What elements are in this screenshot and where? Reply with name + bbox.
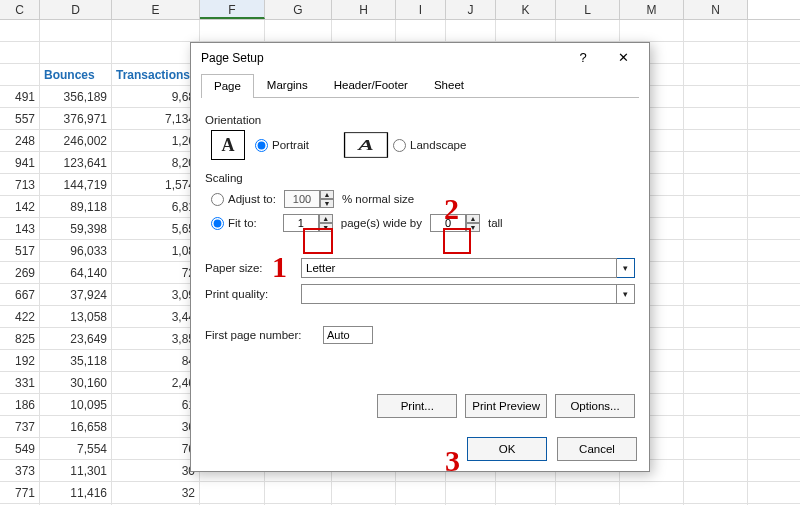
cell[interactable]	[684, 86, 748, 107]
col-header[interactable]: J	[446, 0, 496, 19]
cell[interactable]	[112, 42, 200, 63]
cell[interactable]: 356,189	[40, 86, 112, 107]
landscape-radio-input[interactable]	[393, 139, 406, 152]
cell[interactable]: 3,85	[112, 328, 200, 349]
fit-tall-value[interactable]	[430, 214, 466, 232]
cell[interactable]	[684, 218, 748, 239]
tab-sheet[interactable]: Sheet	[421, 73, 477, 97]
cell[interactable]: 35,118	[40, 350, 112, 371]
col-header[interactable]: K	[496, 0, 556, 19]
cell[interactable]: 7,134	[112, 108, 200, 129]
cell[interactable]: 491	[0, 86, 40, 107]
cell[interactable]: 9,68	[112, 86, 200, 107]
cell[interactable]: 373	[0, 460, 40, 481]
fit-to-radio[interactable]: Fit to:	[211, 217, 257, 230]
paper-size-value[interactable]	[301, 258, 617, 278]
print-button[interactable]: Print...	[377, 394, 457, 418]
print-quality-combo[interactable]: ▾	[301, 284, 635, 304]
cell[interactable]: 7,554	[40, 438, 112, 459]
cell[interactable]: 269	[0, 262, 40, 283]
cell[interactable]	[684, 64, 748, 85]
cell[interactable]	[684, 460, 748, 481]
adjust-value[interactable]	[284, 190, 320, 208]
cell[interactable]: 376,971	[40, 108, 112, 129]
cell[interactable]: 143	[0, 218, 40, 239]
adjust-spinner[interactable]: ▲▼	[284, 190, 334, 208]
cell[interactable]	[684, 416, 748, 437]
cell[interactable]: 713	[0, 174, 40, 195]
cell[interactable]: 192	[0, 350, 40, 371]
portrait-radio-input[interactable]	[255, 139, 268, 152]
cell[interactable]: Transactions	[112, 64, 200, 85]
portrait-radio[interactable]: Portrait	[255, 139, 309, 152]
cell[interactable]	[684, 284, 748, 305]
cell[interactable]	[684, 240, 748, 261]
cell[interactable]	[200, 482, 265, 503]
cell[interactable]: 16,658	[40, 416, 112, 437]
chevron-down-icon[interactable]: ▾	[617, 284, 635, 304]
cell[interactable]	[684, 152, 748, 173]
spin-up-icon[interactable]: ▲	[466, 214, 480, 223]
cell[interactable]: 941	[0, 152, 40, 173]
tab-margins[interactable]: Margins	[254, 73, 321, 97]
cell[interactable]: 3,44	[112, 306, 200, 327]
cell[interactable]: 144,719	[40, 174, 112, 195]
options-button[interactable]: Options...	[555, 394, 635, 418]
cell[interactable]: 2,46	[112, 372, 200, 393]
cell[interactable]	[0, 42, 40, 63]
col-header[interactable]: M	[620, 0, 684, 19]
adjust-to-radio[interactable]: Adjust to:	[211, 193, 276, 206]
cell[interactable]: 825	[0, 328, 40, 349]
cell[interactable]: 5,65	[112, 218, 200, 239]
cell[interactable]	[396, 482, 446, 503]
cell[interactable]: 32	[112, 482, 200, 503]
print-quality-value[interactable]	[301, 284, 617, 304]
cell[interactable]: 11,301	[40, 460, 112, 481]
tab-page[interactable]: Page	[201, 74, 254, 98]
cell[interactable]	[40, 42, 112, 63]
col-header[interactable]: D	[40, 0, 112, 19]
cell[interactable]	[684, 438, 748, 459]
cell[interactable]	[684, 262, 748, 283]
cell[interactable]	[496, 20, 556, 41]
cell[interactable]	[684, 394, 748, 415]
cell[interactable]: 30	[112, 460, 200, 481]
fit-to-radio-input[interactable]	[211, 217, 224, 230]
cell[interactable]: 549	[0, 438, 40, 459]
cell[interactable]: 123,641	[40, 152, 112, 173]
cell[interactable]: 23,649	[40, 328, 112, 349]
spin-up-icon[interactable]: ▲	[320, 190, 334, 199]
cell[interactable]	[0, 20, 40, 41]
col-header[interactable]: E	[112, 0, 200, 19]
cell[interactable]: 13,058	[40, 306, 112, 327]
cell[interactable]: 11,416	[40, 482, 112, 503]
cell[interactable]: 64,140	[40, 262, 112, 283]
fit-wide-value[interactable]	[283, 214, 319, 232]
cell[interactable]: 248	[0, 130, 40, 151]
titlebar[interactable]: Page Setup ? ✕	[191, 43, 649, 73]
help-button[interactable]: ?	[563, 44, 603, 72]
close-button[interactable]: ✕	[603, 44, 643, 72]
tab-header-footer[interactable]: Header/Footer	[321, 73, 421, 97]
cell[interactable]: 84	[112, 350, 200, 371]
cell[interactable]	[684, 482, 748, 503]
cell[interactable]	[265, 20, 332, 41]
cell[interactable]	[684, 20, 748, 41]
cell[interactable]: 76	[112, 438, 200, 459]
cell[interactable]: 10,095	[40, 394, 112, 415]
col-header[interactable]: H	[332, 0, 396, 19]
cell[interactable]: Bounces	[40, 64, 112, 85]
col-header-selected[interactable]: F	[200, 0, 265, 19]
spin-up-icon[interactable]: ▲	[319, 214, 333, 223]
cell[interactable]	[496, 482, 556, 503]
col-header[interactable]: C	[0, 0, 40, 19]
col-header[interactable]: N	[684, 0, 748, 19]
cell[interactable]: 142	[0, 196, 40, 217]
fit-tall-spinner[interactable]: ▲▼	[430, 214, 480, 232]
cell[interactable]: 331	[0, 372, 40, 393]
paper-size-combo[interactable]: ▾	[301, 258, 635, 278]
cell[interactable]	[684, 372, 748, 393]
cancel-button[interactable]: Cancel	[557, 437, 637, 461]
cell[interactable]	[0, 64, 40, 85]
cell[interactable]	[112, 20, 200, 41]
